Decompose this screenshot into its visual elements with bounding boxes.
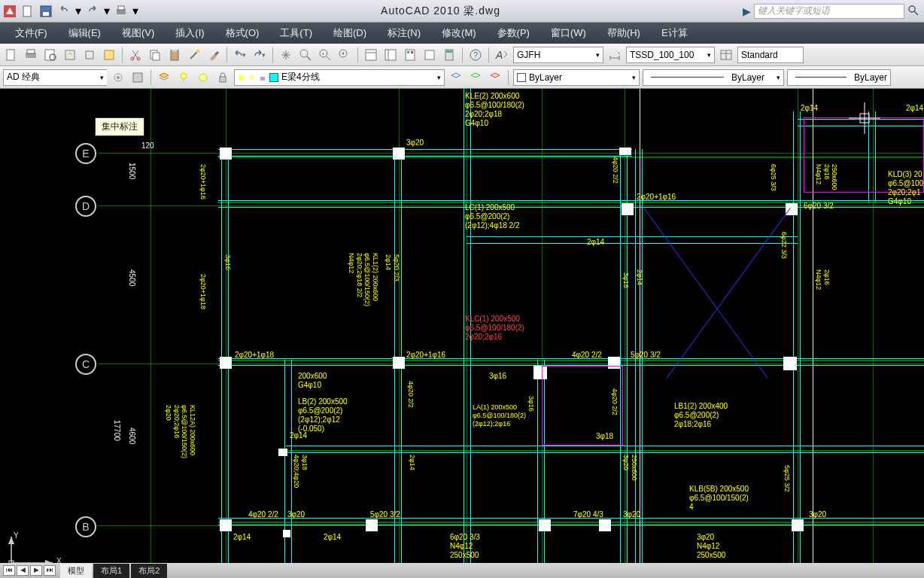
app-icon[interactable]: [3, 5, 17, 18]
paste-icon[interactable]: [166, 47, 183, 63]
tab-prev-icon[interactable]: ◀: [17, 565, 29, 576]
layer-previous-icon[interactable]: [467, 69, 484, 86]
tab-layout1[interactable]: 布局1: [93, 564, 129, 578]
menu-draw[interactable]: 绘图(D): [323, 26, 377, 40]
label-kld3: KLD(3) 20 φ6.5@100 2φ20;2φ1 G4φ10: [888, 170, 923, 206]
table-style-icon[interactable]: [718, 47, 734, 63]
redo-button[interactable]: ▾: [251, 47, 268, 63]
sheet-set-icon[interactable]: [421, 47, 438, 63]
dim-style-dropdown[interactable]: TSSD_100_100▾: [626, 47, 715, 63]
dim-style-icon[interactable]: [606, 47, 623, 63]
menu-file[interactable]: 文件(F): [5, 26, 58, 40]
tooltip: 集中标注: [95, 117, 144, 136]
crosshair-cursor: [849, 102, 880, 134]
tab-model[interactable]: 模型: [60, 564, 92, 578]
menu-tools[interactable]: 工具(T): [269, 26, 323, 40]
redo-icon[interactable]: [86, 5, 99, 18]
menu-modify[interactable]: 修改(M): [431, 26, 487, 40]
svg-rect-3: [43, 12, 49, 16]
zoom-realtime-icon[interactable]: [297, 47, 314, 63]
lw-sample: [795, 77, 846, 78]
qat-more-icon[interactable]: ▾: [132, 4, 138, 18]
menu-edit[interactable]: 编辑(E): [58, 26, 111, 40]
plot-icon[interactable]: [23, 47, 39, 63]
matchprop-icon[interactable]: [186, 47, 202, 63]
print-icon[interactable]: [114, 5, 128, 18]
search-play-icon[interactable]: ▶: [743, 5, 751, 17]
svg-rect-36: [425, 50, 434, 59]
new-icon[interactable]: [21, 5, 35, 18]
publish-icon[interactable]: [62, 47, 78, 63]
layer-lock-icon[interactable]: [214, 69, 231, 86]
block-editor-icon[interactable]: [101, 47, 117, 63]
text-style-icon[interactable]: A: [494, 47, 510, 63]
workspace-settings-icon[interactable]: [110, 69, 126, 86]
menu-window[interactable]: 窗口(W): [540, 26, 597, 40]
design-center-icon[interactable]: [382, 47, 399, 63]
svg-rect-57: [260, 77, 265, 81]
zoom-previous-icon[interactable]: [336, 47, 353, 63]
text-style-dropdown[interactable]: GJFH▾: [513, 47, 603, 63]
calculator-icon[interactable]: [441, 47, 457, 63]
layer-on-icon[interactable]: [175, 69, 192, 86]
v-4b20-22: 4φ20 2/2: [611, 157, 619, 184]
tab-last-icon[interactable]: ⏭: [44, 565, 56, 576]
tab-first-icon[interactable]: ⏮: [3, 565, 15, 576]
label-lc1: LC(1) 200x500 φ6.5@200(2) (2φ12);4φ18 2/…: [465, 203, 519, 230]
svg-line-24: [307, 56, 311, 60]
undo-button[interactable]: ▾: [232, 47, 248, 63]
cut-icon[interactable]: [127, 47, 144, 63]
preview-icon[interactable]: [42, 47, 59, 63]
svg-rect-31: [385, 50, 396, 60]
table-style-dropdown[interactable]: Standard: [737, 47, 804, 63]
tool-palette-icon[interactable]: [402, 47, 418, 63]
brush-icon[interactable]: [205, 47, 222, 63]
new-file-icon[interactable]: [3, 47, 20, 63]
tab-nav: ⏮ ◀ ▶ ⏭: [0, 565, 59, 576]
layer-freeze-icon[interactable]: [195, 69, 211, 86]
layers-toolbar: AD 经典▾ E梁4分线 ▾ ByLayer ▾ ByLayer ▾ ByLay…: [0, 66, 924, 89]
dim-4600: 4600: [128, 427, 136, 444]
workspace-dropdown[interactable]: AD 经典▾: [3, 69, 107, 86]
menu-view[interactable]: 视图(V): [111, 26, 165, 40]
tab-next-icon[interactable]: ▶: [30, 565, 42, 576]
layer-properties-icon[interactable]: [156, 69, 172, 86]
grid-bubble-c: C: [75, 354, 96, 375]
drawing-canvas[interactable]: 集中标注 E D C B: [0, 89, 924, 563]
lock-icon: [259, 74, 266, 81]
save-icon[interactable]: [39, 5, 53, 18]
layer-match-icon[interactable]: [487, 69, 503, 86]
anno-3b16: 3φ16: [489, 372, 506, 381]
redo-dropdown[interactable]: ▾: [104, 4, 110, 18]
svg-text:A: A: [495, 49, 503, 61]
menu-dim[interactable]: 标注(N): [377, 26, 431, 40]
undo-icon[interactable]: [57, 5, 71, 18]
sun-icon: [248, 74, 256, 81]
copy-icon[interactable]: [147, 47, 163, 63]
pan-icon[interactable]: [278, 47, 294, 63]
lineweight-dropdown[interactable]: ByLayer: [787, 69, 891, 86]
layer-states-icon[interactable]: [448, 69, 464, 86]
menu-insert[interactable]: 插入(I): [165, 26, 214, 40]
anno-2b20-1b16b: 2φ20+1φ16: [637, 193, 676, 202]
v-6b25: 6φ25 3/3: [769, 164, 777, 191]
tab-layout2[interactable]: 布局2: [131, 564, 167, 578]
menu-param[interactable]: 参数(P): [487, 26, 540, 40]
menu-format[interactable]: 格式(O): [215, 26, 270, 40]
3dprint-icon[interactable]: [81, 47, 98, 63]
menu-ecalc[interactable]: E计算: [651, 26, 698, 40]
search-icon[interactable]: [907, 5, 921, 18]
separator: [150, 70, 151, 85]
zoom-window-icon[interactable]: +: [317, 47, 333, 63]
menu-help[interactable]: 帮助(H): [597, 26, 651, 40]
undo-dropdown[interactable]: ▾: [75, 4, 81, 18]
layer-dropdown[interactable]: E梁4分线 ▾: [234, 69, 445, 86]
properties-icon[interactable]: [363, 47, 379, 63]
app-title: AutoCAD 2010 梁.dwg: [138, 5, 743, 18]
workspace-save-icon[interactable]: [129, 69, 146, 86]
svg-rect-10: [27, 50, 35, 53]
linetype-dropdown[interactable]: ByLayer ▾: [643, 69, 784, 86]
color-dropdown[interactable]: ByLayer ▾: [513, 69, 640, 86]
search-input[interactable]: 键入关键字或短语: [754, 4, 904, 19]
help-icon[interactable]: ?: [467, 47, 484, 63]
